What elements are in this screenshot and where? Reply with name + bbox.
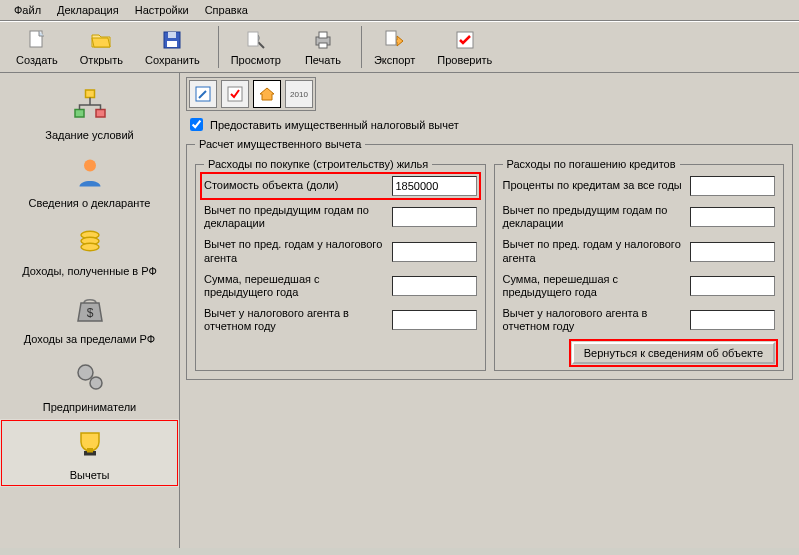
- doc-new-icon: [25, 28, 49, 52]
- return-to-object-button[interactable]: Вернуться к сведениям об объекте: [572, 342, 775, 364]
- sidebar-item-label: Задание условий: [45, 129, 133, 141]
- purchase-label-0: Стоимость объекта (доли): [204, 179, 386, 192]
- print-button[interactable]: Печать: [293, 26, 353, 68]
- menu-declaration[interactable]: Декларация: [51, 2, 125, 18]
- svg-line-5: [258, 42, 264, 48]
- purchase-label-2: Вычет по пред. годам у налогового агента: [204, 238, 386, 264]
- purchase-expenses-legend: Расходы по покупке (строительству) жилья: [204, 158, 432, 170]
- purchase-label-1: Вычет по предыдущим годам по декларации: [204, 204, 386, 230]
- loan-row-4: Вычет у налогового агента в отчетном год…: [503, 307, 776, 333]
- sidebar-item-entrepreneurs[interactable]: Предприниматели: [0, 351, 179, 419]
- tab-icon-house[interactable]: [253, 80, 281, 108]
- gears-icon: [70, 359, 110, 399]
- loan-row-0: Проценты по кредитам за все годы: [503, 176, 776, 196]
- purchase-row-3: Сумма, перешедшая с предыдущего года: [204, 273, 477, 299]
- loan-input-4[interactable]: [690, 310, 775, 330]
- svg-rect-13: [75, 110, 84, 118]
- svg-rect-9: [319, 43, 327, 48]
- sidebar-item-label: Сведения о декларанте: [29, 197, 151, 209]
- check-label: Проверить: [437, 54, 492, 66]
- check-icon: [453, 28, 477, 52]
- menubar: Файл Декларация Настройки Справка: [0, 0, 799, 21]
- coins-icon: [70, 223, 110, 263]
- loan-label-0: Проценты по кредитам за все годы: [503, 179, 685, 192]
- preview-label: Просмотр: [231, 54, 281, 66]
- bag-icon: $: [70, 291, 110, 331]
- svg-rect-8: [319, 32, 327, 38]
- create-button[interactable]: Создать: [6, 26, 68, 68]
- print-label: Печать: [305, 54, 341, 66]
- loan-row-2: Вычет по пред. годам у налогового агента: [503, 238, 776, 264]
- menu-settings[interactable]: Настройки: [129, 2, 195, 18]
- loan-input-2[interactable]: [690, 242, 775, 262]
- loan-label-1: Вычет по предыдущим годам по декларации: [503, 204, 685, 230]
- create-label: Создать: [16, 54, 58, 66]
- export-label: Экспорт: [374, 54, 415, 66]
- sidebar-item-declarant[interactable]: Сведения о декларанте: [0, 147, 179, 215]
- open-label: Открыть: [80, 54, 123, 66]
- loan-row-1: Вычет по предыдущим годам по декларации: [503, 204, 776, 230]
- purchase-row-0: Стоимость объекта (доли): [204, 176, 477, 196]
- purchase-input-0[interactable]: [392, 176, 477, 196]
- tab-icons: 2010: [186, 77, 316, 111]
- svg-point-15: [84, 160, 96, 172]
- purchase-input-2[interactable]: [392, 242, 477, 262]
- loan-input-1[interactable]: [690, 207, 775, 227]
- purchase-expenses-group: Расходы по покупке (строительству) жилья…: [195, 158, 486, 371]
- tab-icon-check[interactable]: [221, 80, 249, 108]
- loan-input-0[interactable]: [690, 176, 775, 196]
- svg-text:$: $: [86, 306, 93, 320]
- loan-input-3[interactable]: [690, 276, 775, 296]
- check-button[interactable]: Проверить: [427, 26, 502, 68]
- svg-rect-3: [167, 41, 177, 47]
- purchase-row-1: Вычет по предыдущим годам по декларации: [204, 204, 477, 230]
- sidebar: Задание условийСведения о декларантеДохо…: [0, 73, 180, 548]
- svg-rect-14: [96, 110, 105, 118]
- loan-row-3: Сумма, перешедшая с предыдущего года: [503, 273, 776, 299]
- purchase-input-3[interactable]: [392, 276, 477, 296]
- export-icon: [383, 28, 407, 52]
- loan-expenses-legend: Расходы по погашению кредитов: [503, 158, 680, 170]
- menu-file[interactable]: Файл: [8, 2, 47, 18]
- save-label: Сохранить: [145, 54, 200, 66]
- sidebar-item-income-rf[interactable]: Доходы, полученные в РФ: [0, 215, 179, 283]
- sidebar-item-label: Доходы за пределами РФ: [24, 333, 155, 345]
- svg-point-18: [81, 243, 99, 251]
- tab-icon-year[interactable]: 2010: [285, 80, 313, 108]
- svg-point-21: [90, 377, 102, 389]
- sidebar-item-label: Предприниматели: [43, 401, 136, 413]
- loan-label-3: Сумма, перешедшая с предыдущего года: [503, 273, 685, 299]
- loan-label-4: Вычет у налогового агента в отчетном год…: [503, 307, 685, 333]
- trophy-icon: [70, 427, 110, 467]
- purchase-label-3: Сумма, перешедшая с предыдущего года: [204, 273, 386, 299]
- menu-help[interactable]: Справка: [199, 2, 254, 18]
- main-panel: 2010 Предоставить имущественный налоговы…: [180, 73, 799, 548]
- export-button[interactable]: Экспорт: [361, 26, 425, 68]
- tab-icon-doc[interactable]: [189, 80, 217, 108]
- sidebar-item-deductions[interactable]: Вычеты: [0, 419, 179, 487]
- loan-expenses-group: Расходы по погашению кредитов Проценты п…: [494, 158, 785, 371]
- sidebar-item-label: Доходы, полученные в РФ: [22, 265, 157, 277]
- svg-rect-12: [85, 90, 94, 98]
- sidebar-item-label: Вычеты: [70, 469, 110, 481]
- provide-deduction-label: Предоставить имущественный налоговый выч…: [210, 119, 459, 131]
- loan-label-2: Вычет по пред. годам у налогового агента: [503, 238, 685, 264]
- purchase-row-2: Вычет по пред. годам у налогового агента: [204, 238, 477, 264]
- svg-rect-10: [386, 31, 396, 45]
- person-icon: [70, 155, 110, 195]
- purchase-input-4[interactable]: [392, 310, 477, 330]
- purchase-row-4: Вычет у налогового агента в отчетном год…: [204, 307, 477, 333]
- sidebar-item-income-foreign[interactable]: $Доходы за пределами РФ: [0, 283, 179, 351]
- open-button[interactable]: Открыть: [70, 26, 133, 68]
- preview-button[interactable]: Просмотр: [218, 26, 291, 68]
- svg-rect-6: [248, 32, 258, 46]
- tree-icon: [70, 87, 110, 127]
- save-button[interactable]: Сохранить: [135, 26, 210, 68]
- toolbar: СоздатьОткрытьСохранитьПросмотрПечатьЭкс…: [0, 21, 799, 73]
- sidebar-item-conditions[interactable]: Задание условий: [0, 79, 179, 147]
- printer-icon: [311, 28, 335, 52]
- purchase-input-1[interactable]: [392, 207, 477, 227]
- provide-deduction-checkbox[interactable]: [190, 118, 203, 131]
- disk-icon: [160, 28, 184, 52]
- svg-rect-23: [87, 448, 93, 453]
